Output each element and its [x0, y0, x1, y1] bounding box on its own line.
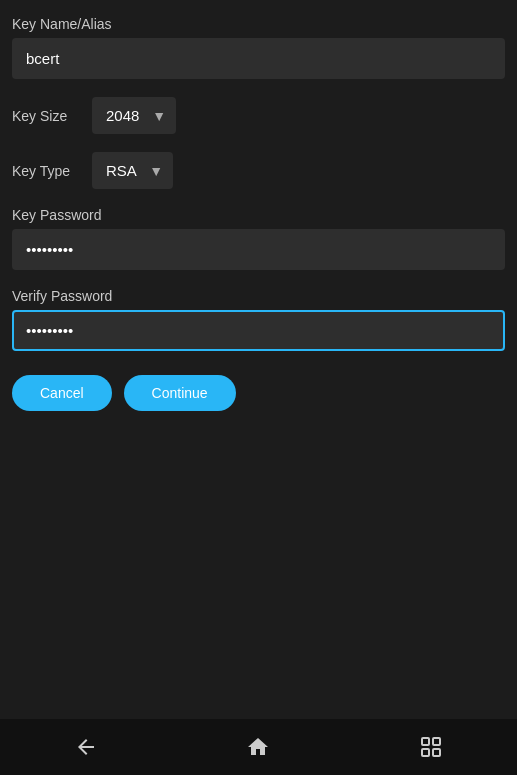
button-row: Cancel Continue [12, 375, 505, 411]
svg-rect-0 [422, 738, 429, 745]
key-password-label: Key Password [12, 207, 505, 223]
nav-bar [0, 719, 517, 775]
key-size-select[interactable]: 1024 2048 4096 [92, 97, 176, 134]
verify-password-input[interactable] [12, 310, 505, 351]
cancel-button[interactable]: Cancel [12, 375, 112, 411]
continue-button[interactable]: Continue [124, 375, 236, 411]
content-area: Key Name/Alias Key Size 1024 2048 4096 ▼… [0, 0, 517, 719]
back-button[interactable] [68, 729, 104, 765]
app-container: Key Name/Alias Key Size 1024 2048 4096 ▼… [0, 0, 517, 775]
key-type-select-wrapper: RSA DSA EC ▼ [92, 152, 173, 189]
svg-rect-1 [433, 738, 440, 745]
key-name-input[interactable] [12, 38, 505, 79]
home-button[interactable] [240, 729, 276, 765]
key-password-group: Key Password [12, 207, 505, 270]
key-size-label: Key Size [12, 108, 92, 124]
svg-rect-3 [433, 749, 440, 756]
recents-button[interactable] [413, 729, 449, 765]
key-password-input[interactable] [12, 229, 505, 270]
key-name-group: Key Name/Alias [12, 16, 505, 79]
verify-password-group: Verify Password [12, 288, 505, 351]
key-type-select[interactable]: RSA DSA EC [92, 152, 173, 189]
key-type-label: Key Type [12, 163, 92, 179]
key-name-label: Key Name/Alias [12, 16, 505, 32]
key-size-select-wrapper: 1024 2048 4096 ▼ [92, 97, 176, 134]
svg-rect-2 [422, 749, 429, 756]
verify-password-label: Verify Password [12, 288, 505, 304]
key-type-group: Key Type RSA DSA EC ▼ [12, 152, 505, 189]
key-size-group: Key Size 1024 2048 4096 ▼ [12, 97, 505, 134]
